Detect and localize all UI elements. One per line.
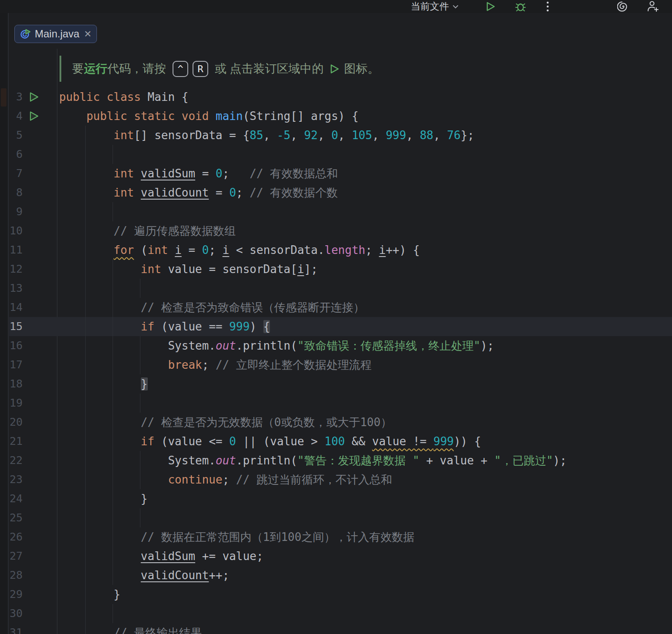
line-number[interactable]: 25 xyxy=(9,508,23,527)
code-line: 21 if (value <= 0 || (value > 100 && val… xyxy=(9,432,672,451)
indent-guide xyxy=(113,508,113,527)
code-line: 31 // 最终输出结果 xyxy=(9,623,672,634)
banner-text-mid: 代码，请按 xyxy=(107,61,166,77)
run-gutter-icon xyxy=(328,63,340,75)
line-number[interactable]: 29 xyxy=(9,585,23,604)
code-text: } xyxy=(59,374,148,394)
code-line: 26 // 数据在正常范围内（1到100之间），计入有效数据 xyxy=(9,527,672,547)
code-text: // 遍历传感器数据数组 xyxy=(59,221,236,240)
run-hint-banner: 要运行代码，请按 ^ R 或 点击装订区域中的 图标。 xyxy=(60,56,379,82)
ai-assistant-button[interactable] xyxy=(617,0,629,13)
code-line: 9 xyxy=(9,202,672,221)
line-number[interactable]: 10 xyxy=(9,221,23,240)
more-actions-button[interactable] xyxy=(546,0,549,13)
code-line: 15 if (value == 999) { xyxy=(9,317,672,336)
code-text: // 数据在正常范围内（1到100之间），计入有效数据 xyxy=(59,527,414,547)
debug-icon xyxy=(515,1,526,13)
runnable-class-icon xyxy=(20,29,31,40)
editor-tab-main-java[interactable]: Main.java × xyxy=(14,25,97,43)
line-number[interactable]: 30 xyxy=(9,604,23,623)
code-line: 12 int value = sensorData[i]; xyxy=(9,260,672,279)
indent-guide xyxy=(140,394,140,413)
code-line: 17 break; // 立即终止整个数据处理流程 xyxy=(9,355,672,374)
line-number[interactable]: 19 xyxy=(9,394,23,413)
banner-text-pre: 要 xyxy=(72,61,84,77)
code-text: if (value == 999) { xyxy=(59,317,270,336)
line-number[interactable]: 28 xyxy=(9,566,23,585)
run-button[interactable] xyxy=(485,0,496,13)
code-text: int[] sensorData = {85, -5, 92, 0, 105, … xyxy=(59,126,474,145)
indent-guide xyxy=(140,279,140,298)
banner-text-suffix: 图标。 xyxy=(344,61,379,77)
indent-guide xyxy=(85,202,86,221)
code-text: // 检查是否为无效数据（0或负数，或大于100） xyxy=(59,413,392,432)
code-text: int value = sensorData[i]; xyxy=(59,260,318,279)
line-number[interactable]: 27 xyxy=(9,547,23,566)
run-icon xyxy=(485,1,496,12)
gutter-run-icon[interactable] xyxy=(28,91,40,103)
line-number[interactable]: 16 xyxy=(9,336,23,355)
banner-text-after: 或 点击装订区域中的 xyxy=(215,61,324,77)
line-number[interactable]: 24 xyxy=(9,489,23,508)
code-text: // 最终输出结果 xyxy=(59,623,202,634)
indent-guide xyxy=(140,508,140,527)
code-line: 30 xyxy=(9,604,672,623)
ai-assistant-icon xyxy=(617,0,629,13)
run-configuration-selector[interactable]: 当前文件 xyxy=(411,0,459,13)
code-with-me-icon xyxy=(646,0,659,13)
code-line: 4 public static void main(String[] args)… xyxy=(9,107,672,126)
code-line: 10 // 遍历传感器数据数组 xyxy=(9,221,672,240)
code-line: 6 xyxy=(9,145,672,164)
keycap-control: ^ xyxy=(173,61,188,77)
code-text: validSum += value; xyxy=(59,547,263,566)
indent-guide xyxy=(113,604,113,623)
code-text: public class Main { xyxy=(59,87,188,107)
code-line: 11 for (int i = 0; i < sensorData.length… xyxy=(9,240,672,260)
line-number[interactable]: 26 xyxy=(9,527,23,547)
keycap-r: R xyxy=(193,61,208,77)
code-text: public static void main(String[] args) { xyxy=(59,107,359,126)
indent-guide xyxy=(85,394,86,413)
line-number[interactable]: 13 xyxy=(9,279,23,298)
line-number[interactable]: 4 xyxy=(9,107,23,126)
code-line: 20 // 检查是否为无效数据（0或负数，或大于100） xyxy=(9,413,672,432)
line-number[interactable]: 9 xyxy=(9,202,23,221)
line-number[interactable]: 7 xyxy=(9,164,23,183)
code-line: 24 } xyxy=(9,489,672,508)
line-number[interactable]: 12 xyxy=(9,260,23,279)
line-number[interactable]: 3 xyxy=(9,87,23,107)
line-number[interactable]: 20 xyxy=(9,413,23,432)
code-text: // 检查是否为致命错误（传感器断开连接） xyxy=(59,298,365,317)
code-text: continue; // 跳过当前循环，不计入总和 xyxy=(59,470,392,489)
debug-button[interactable] xyxy=(515,0,526,13)
line-number[interactable]: 18 xyxy=(9,374,23,394)
line-number[interactable]: 31 xyxy=(9,623,23,634)
indent-guide xyxy=(113,394,113,413)
code-text: break; // 立即终止整个数据处理流程 xyxy=(59,355,372,374)
code-with-me-button[interactable] xyxy=(646,0,659,13)
line-number[interactable]: 15 xyxy=(9,317,23,336)
code-text: int validSum = 0; // 有效数据总和 xyxy=(59,164,338,183)
line-number[interactable]: 14 xyxy=(9,298,23,317)
close-icon[interactable]: × xyxy=(84,30,91,38)
line-number[interactable]: 23 xyxy=(9,470,23,489)
line-number[interactable]: 21 xyxy=(9,432,23,451)
gutter-run-icon[interactable] xyxy=(28,110,40,122)
code-text: validCount++; xyxy=(59,566,229,585)
line-number[interactable]: 8 xyxy=(9,183,23,202)
code-line: 5 int[] sensorData = {85, -5, 92, 0, 105… xyxy=(9,126,672,145)
stripe-marker xyxy=(1,88,7,107)
line-number[interactable]: 17 xyxy=(9,355,23,374)
line-number[interactable]: 22 xyxy=(9,451,23,470)
line-number[interactable]: 5 xyxy=(9,126,23,145)
indent-guide xyxy=(113,145,113,164)
code-line: 18 } xyxy=(9,374,672,394)
code-line: 29 } xyxy=(9,585,672,604)
code-text: System.out.println("警告：发现越界数据 " + value … xyxy=(59,451,567,470)
code-text: if (value <= 0 || (value > 100 && value … xyxy=(59,432,481,451)
banner-accent-bar xyxy=(60,56,61,82)
line-number[interactable]: 11 xyxy=(9,240,23,260)
line-number[interactable]: 6 xyxy=(9,145,23,164)
code-editor[interactable]: 要运行代码，请按 ^ R 或 点击装订区域中的 图标。 3public clas… xyxy=(9,49,672,634)
indent-guide xyxy=(113,279,113,298)
